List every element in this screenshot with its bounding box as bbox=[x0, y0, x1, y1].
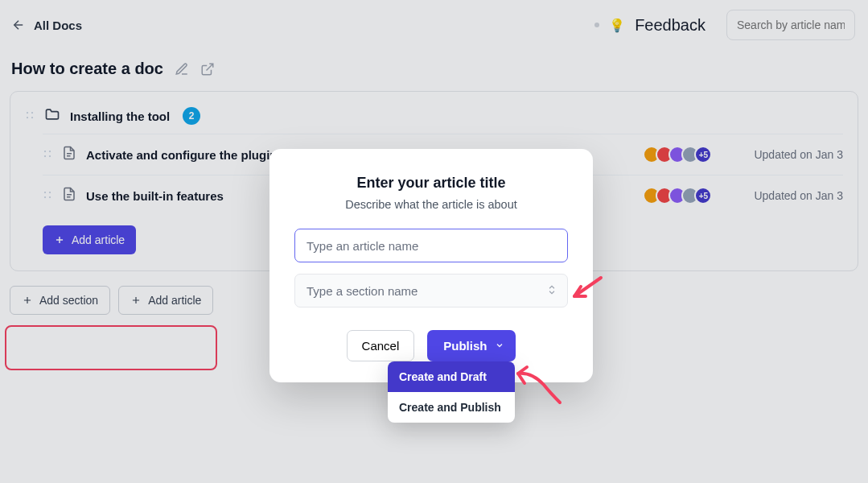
modal-title: Enter your article title bbox=[289, 175, 574, 192]
section-placeholder: Type a section name bbox=[306, 284, 418, 298]
dropdown-create-draft[interactable]: Create and Draft bbox=[388, 361, 515, 392]
publish-button[interactable]: Publish bbox=[427, 330, 516, 361]
dropdown-create-publish[interactable]: Create and Publish bbox=[388, 392, 515, 423]
select-chevron-icon bbox=[546, 284, 557, 298]
publish-dropdown: Create and Draft Create and Publish bbox=[388, 361, 515, 423]
article-name-input[interactable] bbox=[294, 229, 568, 262]
chevron-down-icon bbox=[495, 339, 504, 353]
modal-subtitle: Describe what the article is about bbox=[289, 198, 574, 211]
cancel-button[interactable]: Cancel bbox=[347, 330, 415, 361]
publish-label: Publish bbox=[443, 339, 487, 353]
create-article-modal: Enter your article title Describe what t… bbox=[269, 149, 593, 382]
section-select[interactable]: Type a section name bbox=[294, 274, 568, 308]
